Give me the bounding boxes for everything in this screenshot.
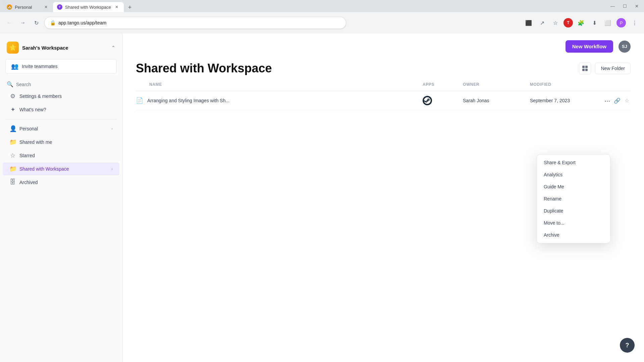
close-button[interactable]: ✕: [632, 4, 641, 9]
menu-item-analytics[interactable]: Analytics: [537, 169, 610, 181]
svg-rect-1: [585, 66, 588, 68]
menu-item-move-to-label: Move to...: [544, 220, 564, 226]
profile-icon[interactable]: P: [616, 17, 627, 28]
col-header-actions: [604, 82, 631, 87]
sidebar-label-personal: Personal: [19, 126, 108, 131]
sidebar-label-settings: Settings & members: [19, 94, 113, 99]
cell-actions: ··· 🔗 ☆: [604, 96, 631, 105]
tab-title-personal: Personal: [15, 5, 40, 10]
tab-personal[interactable]: 🏠 Personal ✕: [3, 2, 53, 12]
new-workflow-label: New Workflow: [572, 44, 606, 49]
menu-item-rename[interactable]: Rename: [537, 193, 610, 205]
star-nav-icon: ☆: [9, 152, 16, 159]
sidebar-toggle-icon[interactable]: ⬜: [602, 17, 613, 28]
app-container: 🌟 Sarah's Workspace ⌃ 👥 Invite teammates…: [0, 34, 644, 362]
sidebar-label-shared-me: Shared with me: [19, 139, 113, 145]
maximize-button[interactable]: ☐: [620, 4, 630, 9]
extensions-icon[interactable]: ⬛: [523, 17, 534, 28]
star-icon[interactable]: ☆: [550, 17, 561, 28]
puzzle-icon[interactable]: 🧩: [576, 17, 586, 28]
new-folder-label: New Folder: [601, 66, 625, 71]
col-header-owner: OWNER: [463, 82, 530, 87]
workspace-chevron-icon: ⌃: [111, 45, 115, 50]
help-button[interactable]: ?: [620, 338, 635, 353]
sidebar-item-whats-new[interactable]: ✦ What's new?: [3, 103, 119, 116]
main-content: New Workflow SJ Shared with Workspace: [122, 34, 644, 362]
svg-rect-0: [582, 66, 585, 68]
menu-item-duplicate-label: Duplicate: [544, 208, 563, 214]
sidebar-item-shared-workspace[interactable]: 📁 Shared with Workspace ›: [3, 163, 119, 175]
menu-item-guide-me[interactable]: Guide Me: [537, 181, 610, 193]
menu-item-analytics-label: Analytics: [544, 172, 562, 177]
back-button[interactable]: ←: [4, 17, 15, 28]
cell-name: 📄 Arranging and Styling Images with Sh..…: [136, 97, 423, 104]
menu-item-share-export-label: Share & Export: [544, 160, 576, 165]
menu-item-archive-label: Archive: [544, 232, 559, 238]
archive-icon: 🗄: [9, 179, 16, 186]
settings-icon: ⚙: [9, 93, 16, 100]
folder-shared-icon: 📁: [9, 165, 16, 173]
menu-item-share-export[interactable]: Share & Export: [537, 157, 610, 169]
page-title: Shared with Workspace: [136, 61, 272, 75]
workspace-avatar: 🌟: [7, 42, 19, 54]
lock-icon: 🔒: [50, 20, 56, 25]
tab-close-personal[interactable]: ✕: [43, 4, 49, 10]
sidebar: 🌟 Sarah's Workspace ⌃ 👥 Invite teammates…: [0, 34, 122, 362]
col-header-modified: MODIFIED: [530, 82, 604, 87]
new-tab-button[interactable]: +: [125, 3, 135, 12]
sparkle-icon: ✦: [9, 106, 16, 113]
address-bar[interactable]: 🔒 app.tango.us/app/team: [44, 17, 346, 29]
sidebar-item-personal[interactable]: 👤 Personal ›: [3, 122, 119, 135]
sidebar-label-whats-new: What's new?: [19, 107, 113, 112]
sidebar-label-shared-workspace: Shared with Workspace: [19, 166, 108, 172]
cell-apps: [423, 96, 463, 105]
forward-button[interactable]: →: [17, 17, 28, 28]
menu-item-move-to[interactable]: Move to...: [537, 217, 610, 229]
document-icon: 📄: [136, 97, 143, 104]
tango-extension-icon[interactable]: T: [564, 18, 573, 27]
cell-modified: September 7, 2023: [530, 98, 604, 103]
copy-link-button[interactable]: 🔗: [613, 96, 621, 105]
tabs-container: 🏠 Personal ✕ T Shared with Workspace ✕ +: [3, 0, 135, 12]
invite-button-label: Invite teammates: [22, 64, 58, 69]
user-avatar[interactable]: SJ: [619, 41, 631, 53]
sidebar-item-archived[interactable]: 🗄 Archived: [3, 176, 119, 188]
cell-owner: Sarah Jonas: [463, 98, 530, 103]
search-row[interactable]: 🔍 Search: [0, 79, 122, 89]
menu-item-archive[interactable]: Archive: [537, 229, 610, 241]
browser-toolbar: ← → ↻ 🔒 app.tango.us/app/team ⬛ ↗ ☆ T 🧩 …: [0, 12, 644, 34]
top-header-actions: New Workflow SJ: [566, 40, 631, 53]
tab-shared[interactable]: T Shared with Workspace ✕: [53, 2, 124, 12]
menu-icon[interactable]: ⋮: [629, 17, 640, 28]
download-icon[interactable]: ⬇: [589, 17, 600, 28]
more-actions-button[interactable]: ···: [604, 96, 611, 105]
reload-button[interactable]: ↻: [31, 17, 42, 28]
grid-view-button[interactable]: [579, 62, 591, 74]
share-icon[interactable]: ↗: [537, 17, 547, 28]
new-workflow-button[interactable]: New Workflow: [566, 40, 613, 53]
sidebar-item-shared-me[interactable]: 📁 Shared with me: [3, 136, 119, 148]
col-header-apps: APPS: [423, 82, 463, 87]
invite-teammates-button[interactable]: 👥 Invite teammates: [5, 59, 117, 74]
workspace-name: Sarah's Workspace: [22, 45, 108, 51]
sidebar-item-starred[interactable]: ☆ Starred: [3, 149, 119, 162]
chevron-right-active-icon: ›: [111, 167, 113, 171]
sidebar-label-starred: Starred: [19, 153, 113, 158]
new-folder-button[interactable]: New Folder: [595, 63, 631, 74]
sidebar-label-archived: Archived: [19, 180, 113, 185]
tab-favicon-tango: T: [57, 4, 62, 10]
star-item-button[interactable]: ☆: [624, 96, 631, 105]
address-text: app.tango.us/app/team: [58, 20, 340, 25]
search-label: Search: [16, 82, 31, 87]
tab-close-shared[interactable]: ✕: [114, 4, 120, 10]
workspace-header[interactable]: 🌟 Sarah's Workspace ⌃: [0, 39, 122, 59]
sidebar-item-settings[interactable]: ⚙ Settings & members: [3, 90, 119, 103]
browser-chrome: 🏠 Personal ✕ T Shared with Workspace ✕ +…: [0, 0, 644, 34]
menu-item-duplicate[interactable]: Duplicate: [537, 205, 610, 217]
menu-item-guide-me-label: Guide Me: [544, 184, 564, 189]
chevron-right-icon: ›: [111, 126, 113, 131]
content-controls: New Folder: [579, 62, 631, 74]
minimize-button[interactable]: —: [608, 4, 618, 9]
svg-rect-3: [585, 69, 588, 71]
folder-icon: 📁: [9, 138, 16, 146]
